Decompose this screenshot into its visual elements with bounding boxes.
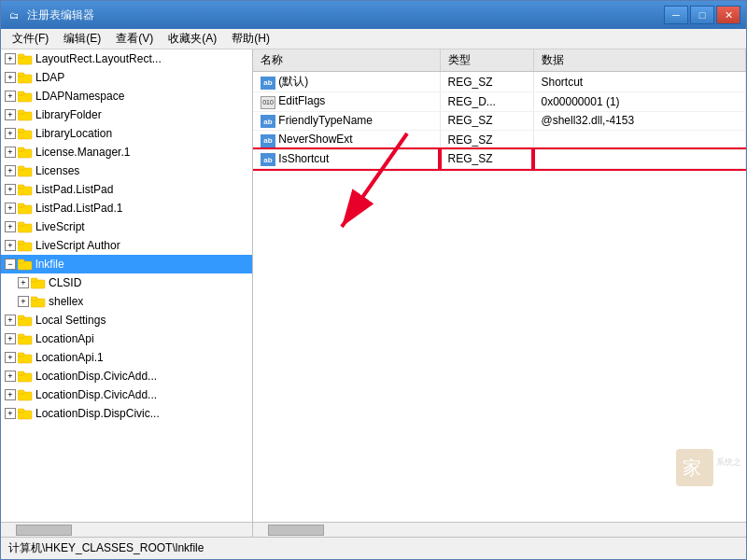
expand-btn-locationdispdispcivic[interactable]: + (5, 408, 16, 419)
svg-rect-11 (18, 147, 24, 151)
close-button[interactable]: ✕ (716, 6, 740, 24)
folder-icon-librarylocation (18, 127, 33, 140)
table-row[interactable]: ab IsShortcutREG_SZ (253, 149, 746, 169)
tree-item-lnkfile[interactable]: −lnkfile (1, 255, 252, 273)
menu-item-f[interactable]: 文件(F) (5, 29, 56, 49)
reg-type-cell-3: REG_SZ (440, 131, 533, 150)
tree-item-ldapnamespace[interactable]: +LDAPNamespace (1, 87, 252, 105)
titlebar-icon: 🗂 (7, 7, 21, 22)
reg-data-cell-3 (533, 131, 746, 150)
maximize-button[interactable]: □ (690, 6, 714, 24)
tree-item-clsid[interactable]: +CLSID (1, 273, 252, 292)
reg-name-cell-1: 010 EditFlags (253, 92, 440, 112)
tree-item-licensemanager[interactable]: +License.Manager.1 (1, 143, 252, 161)
folder-icon-locationapi1 (18, 351, 33, 364)
tree-item-listpadlistpad1[interactable]: +ListPad.ListPad.1 (1, 199, 252, 217)
menu-item-a[interactable]: 收藏夹(A) (161, 29, 224, 49)
folder-icon-layoutrect (18, 52, 33, 65)
tree-item-layoutrect[interactable]: +LayoutRect.LayoutRect... (1, 49, 252, 68)
tree-item-shellex[interactable]: +shellex (1, 292, 252, 311)
reg-name-cell-4: ab IsShortcut (253, 149, 440, 169)
folder-icon-livescript (18, 220, 33, 233)
tree-item-livescript[interactable]: +LiveScript (1, 217, 252, 236)
table-row[interactable]: ab NeverShowExtREG_SZ (253, 131, 746, 150)
tree-item-librarylocation[interactable]: +LibraryLocation (1, 124, 252, 143)
tree-label-licenses: Licenses (35, 164, 79, 177)
svg-rect-3 (18, 73, 24, 77)
col-header-数据: 数据 (533, 49, 746, 72)
hscroll-right[interactable] (253, 523, 746, 537)
expand-btn-locationapi1[interactable]: + (5, 352, 16, 363)
tree-label-lnkfile: lnkfile (35, 258, 64, 271)
svg-rect-21 (18, 241, 24, 245)
reg-type-cell-1: REG_D... (440, 92, 533, 112)
reg-name-text-4: IsShortcut (275, 152, 329, 165)
menu-item-e[interactable]: 编辑(E) (56, 29, 108, 49)
reg-name-text-0: (默认) (275, 75, 308, 88)
expand-btn-layoutrect[interactable]: + (5, 53, 16, 64)
expand-btn-librarylocation[interactable]: + (5, 128, 16, 139)
expand-btn-livescript[interactable]: + (5, 221, 16, 232)
svg-rect-29 (18, 315, 24, 319)
expand-btn-listpadlistpad[interactable]: + (5, 184, 16, 195)
tree-label-locationapi1: LocationApi.1 (35, 351, 104, 364)
expand-btn-livescriptauthor[interactable]: + (5, 240, 16, 251)
tree-item-locationdispcivicadd1[interactable]: +LocationDisp.CivicAdd... (1, 367, 252, 385)
reg-value-icon: ab (261, 153, 275, 166)
reg-value-icon: 010 (261, 96, 275, 109)
tree-label-locationdispdispcivic: LocationDisp.DispCivic... (35, 407, 160, 420)
tree-item-ldap[interactable]: +LDAP (1, 68, 252, 87)
expand-btn-listpadlistpad1[interactable]: + (5, 203, 16, 214)
expand-btn-lnkfile[interactable]: − (5, 259, 16, 270)
expand-btn-locationapi[interactable]: + (5, 333, 16, 344)
hscroll-left[interactable] (1, 523, 253, 537)
tree-item-licenses[interactable]: +Licenses (1, 161, 252, 180)
folder-icon-licensemanager (18, 146, 33, 159)
expand-btn-ldapnamespace[interactable]: + (5, 91, 16, 102)
tree-item-libraryfolder[interactable]: +LibraryFolder (1, 105, 252, 124)
folder-icon-locationapi (18, 332, 33, 345)
svg-rect-13 (18, 166, 24, 170)
registry-tree[interactable]: +LayoutRect.LayoutRect...+LDAP+LDAPNames… (1, 49, 253, 522)
folder-icon-shellex (31, 295, 46, 308)
expand-btn-libraryfolder[interactable]: + (5, 109, 16, 120)
expand-btn-licensemanager[interactable]: + (5, 147, 16, 158)
expand-btn-licenses[interactable]: + (5, 165, 16, 176)
reg-value-icon: ab (261, 134, 275, 147)
tree-item-locationdispdispcivic[interactable]: +LocationDisp.DispCivic... (1, 404, 252, 423)
table-row[interactable]: ab FriendlyTypeNameREG_SZ@shell32.dll,-4… (253, 111, 746, 131)
expand-btn-ldap[interactable]: + (5, 72, 16, 83)
svg-rect-9 (18, 129, 24, 133)
registry-editor-window: 🗂 注册表编辑器 ─ □ ✕ 文件(F)编辑(E)查看(V)收藏夹(A)帮助(H… (0, 0, 747, 560)
folder-icon-locationdispdispcivic (18, 407, 33, 420)
expand-btn-shellex[interactable]: + (18, 296, 29, 307)
table-row[interactable]: ab (默认)REG_SZShortcut (253, 72, 746, 92)
col-header-类型: 类型 (440, 49, 533, 72)
expand-btn-locationdispcivicadd1[interactable]: + (5, 371, 16, 382)
expand-btn-clsid[interactable]: + (18, 277, 29, 288)
svg-rect-35 (18, 371, 24, 375)
titlebar-buttons: ─ □ ✕ (664, 6, 740, 24)
minimize-button[interactable]: ─ (664, 6, 688, 24)
tree-item-listpadlistpad[interactable]: +ListPad.ListPad (1, 180, 252, 199)
menu-item-v[interactable]: 查看(V) (108, 29, 161, 49)
tree-label-clsid: CLSID (49, 276, 81, 289)
reg-name-cell-3: ab NeverShowExt (253, 131, 440, 150)
tree-label-livescript: LiveScript (35, 220, 85, 233)
table-row[interactable]: 010 EditFlagsREG_D...0x00000001 (1) (253, 92, 746, 112)
reg-type-cell-4: REG_SZ (440, 149, 533, 169)
titlebar-title: 注册表编辑器 (27, 7, 664, 23)
tree-item-localsettings[interactable]: +Local Settings (1, 311, 252, 329)
tree-item-locationdispcivicadd2[interactable]: +LocationDisp.CivicAdd... (1, 385, 252, 404)
tree-item-locationapi1[interactable]: +LocationApi.1 (1, 348, 252, 367)
folder-icon-localsettings (18, 314, 33, 327)
expand-btn-locationdispcivicadd2[interactable]: + (5, 389, 16, 400)
svg-rect-25 (31, 278, 37, 282)
tree-item-locationapi[interactable]: +LocationApi (1, 329, 252, 348)
reg-type-cell-2: REG_SZ (440, 111, 533, 131)
expand-btn-localsettings[interactable]: + (5, 315, 16, 326)
tree-label-locationdispcivicadd2: LocationDisp.CivicAdd... (35, 388, 157, 401)
tree-item-livescriptauthor[interactable]: +LiveScript Author (1, 236, 252, 255)
svg-rect-33 (18, 353, 24, 357)
menu-item-h[interactable]: 帮助(H) (224, 29, 277, 49)
